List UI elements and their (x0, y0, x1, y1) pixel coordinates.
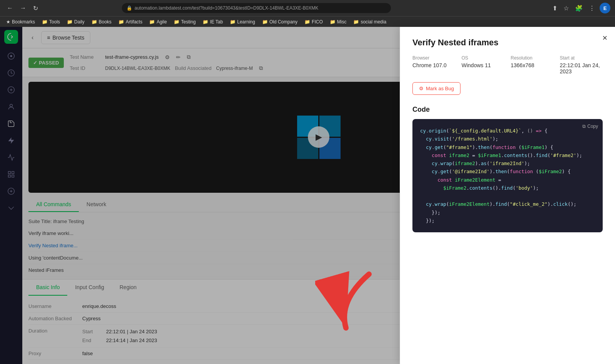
folder-icon: 📁 (118, 19, 124, 25)
extension-icon[interactable]: 🧩 (573, 3, 584, 13)
os-meta: OS Windows 11 (462, 55, 505, 74)
folder-icon: 📁 (91, 19, 97, 25)
folder-icon: 📁 (304, 19, 310, 25)
lock-icon: 🔒 (126, 5, 132, 11)
code-content: cy.origin(`${_config.default.URL4}`, () … (420, 127, 595, 225)
folder-icon: 📁 (67, 19, 73, 25)
bookmark-item-agile[interactable]: 📁 Agile (146, 18, 170, 25)
folder-icon: 📁 (149, 19, 155, 25)
modal-meta-grid: Browser Chrome 107.0 OS Windows 11 Resol… (412, 55, 603, 74)
bookmark-icon[interactable]: ☆ (562, 3, 570, 13)
bookmark-item-social[interactable]: 📁 social media (350, 18, 389, 25)
url-text: automation.lambdatest.com/test?build=106… (135, 5, 318, 11)
folder-icon: 📁 (353, 19, 359, 25)
bookmark-item-oldcompany[interactable]: 📁 Old Company (259, 18, 301, 25)
bookmarks-bar: ★ Bookmarks 📁 Tools 📁 Daily 📁 Books 📁 Ar… (0, 16, 615, 27)
browser-chrome: ← → ↻ 🔒 automation.lambdatest.com/test?b… (0, 0, 615, 16)
forward-button[interactable]: → (18, 4, 28, 12)
refresh-button[interactable]: ↻ (31, 4, 40, 13)
code-block: ⧉ Copy cy.origin(`${_config.default.URL4… (412, 119, 603, 232)
start-meta: Start at 22:12:01 Jan 24, 2023 (560, 55, 603, 74)
bug-icon: ⚙ (419, 86, 424, 91)
browser-controls: ← → ↻ (5, 4, 40, 13)
copy-icon: ⧉ (582, 124, 586, 129)
bookmark-item-ietab[interactable]: 📁 IE Tab (199, 18, 226, 25)
mark-bug-button[interactable]: ⚙ Mark as Bug (412, 82, 460, 95)
modal-panel: × Verify Nested iframes Browser Chrome 1… (400, 27, 615, 364)
browser-actions: ⬆ ☆ 🧩 ⋮ E (551, 3, 610, 13)
folder-icon: 📁 (330, 19, 336, 25)
menu-icon[interactable]: ⋮ (587, 3, 597, 13)
folder-icon: 📁 (174, 19, 180, 25)
bookmark-item-learning[interactable]: 📁 Learning (227, 18, 258, 25)
star-icon: ★ (6, 19, 10, 25)
folder-icon: 📁 (42, 19, 48, 25)
user-avatar[interactable]: E (600, 3, 610, 13)
back-button[interactable]: ← (5, 4, 15, 12)
bookmark-item-fico[interactable]: 📁 FICO (301, 18, 326, 25)
resolution-meta: Resolution 1366x768 (511, 55, 554, 74)
folder-icon: 📁 (262, 19, 268, 25)
bookmark-item-books[interactable]: 📁 Books (88, 18, 115, 25)
browser-meta: Browser Chrome 107.0 (412, 55, 455, 74)
bookmark-item-bookmarks[interactable]: ★ Bookmarks (3, 18, 38, 25)
modal-title: Verify Nested iframes (412, 38, 603, 48)
bookmark-item-artifacts[interactable]: 📁 Artifacts (115, 18, 145, 25)
code-section-title: Code (412, 106, 603, 114)
copy-code-button[interactable]: ⧉ Copy (582, 124, 598, 129)
bookmark-item-tools[interactable]: 📁 Tools (39, 18, 63, 25)
bookmark-item-misc[interactable]: 📁 Misc (327, 18, 350, 25)
share-icon[interactable]: ⬆ (551, 3, 559, 13)
folder-icon: 📁 (203, 19, 208, 25)
modal-overlay[interactable]: × Verify Nested iframes Browser Chrome 1… (0, 27, 615, 364)
bookmark-item-daily[interactable]: 📁 Daily (64, 18, 88, 25)
bookmark-item-testing[interactable]: 📁 Testing (171, 18, 199, 25)
modal-close-button[interactable]: × (602, 33, 607, 43)
address-bar[interactable]: 🔒 automation.lambdatest.com/test?build=1… (122, 3, 391, 13)
folder-icon: 📁 (230, 19, 236, 25)
